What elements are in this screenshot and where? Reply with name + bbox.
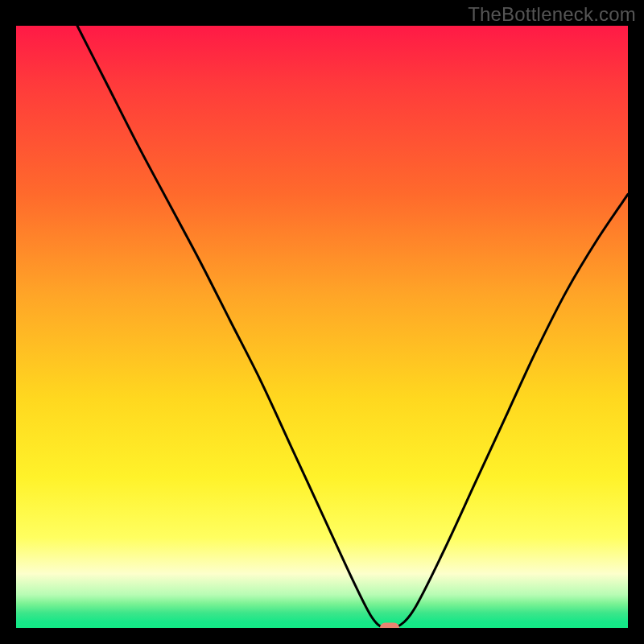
bottleneck-marker <box>380 623 399 629</box>
watermark-text: TheBottleneck.com <box>468 3 636 26</box>
bottleneck-curve <box>16 26 628 628</box>
plot-area <box>16 26 628 628</box>
chart-root: TheBottleneck.com <box>0 0 644 644</box>
